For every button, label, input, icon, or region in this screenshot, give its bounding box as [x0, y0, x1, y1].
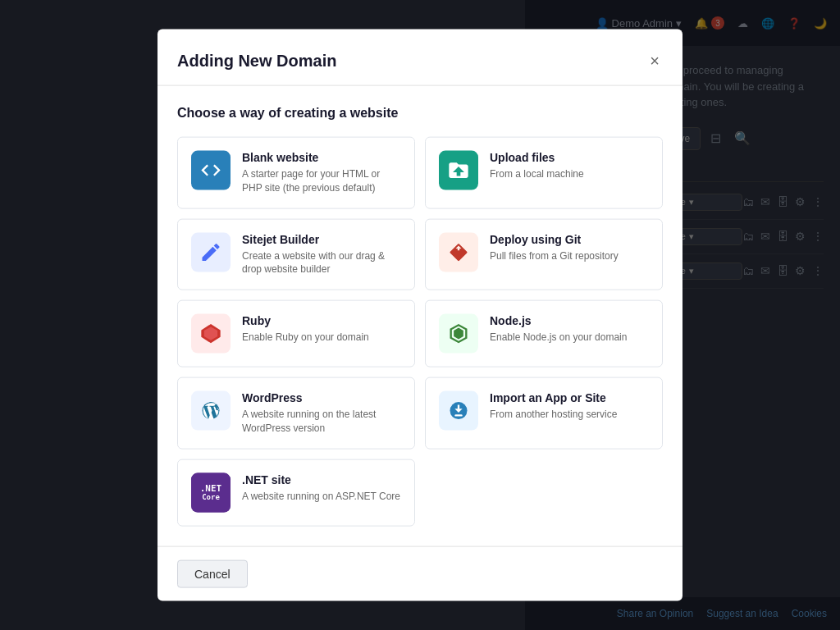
dotnet-name: .NET site — [242, 472, 400, 486]
options-grid: Blank website A starter page for your HT… — [177, 137, 663, 527]
sitejet-text: Sitejet Builder Create a website with ou… — [242, 232, 401, 276]
nodejs-icon — [439, 314, 478, 354]
sitejet-desc: Create a website with our drag & drop we… — [242, 249, 401, 276]
wordpress-text: WordPress A website running on the lates… — [242, 391, 401, 436]
cancel-button[interactable]: Cancel — [177, 559, 248, 587]
blank-website-desc: A starter page for your HTML or PHP site… — [242, 167, 401, 195]
wordpress-desc: A website running on the latest WordPres… — [242, 408, 401, 436]
import-name: Import an App or Site — [490, 391, 617, 404]
option-sitejet[interactable]: Sitejet Builder Create a website with ou… — [177, 218, 415, 290]
git-text: Deploy using Git Pull files from a Git r… — [490, 232, 619, 262]
option-wordpress[interactable]: WordPress A website running on the lates… — [177, 377, 415, 450]
dotnet-text: .NET site A website running on ASP.NET C… — [242, 472, 400, 503]
option-import[interactable]: Import an App or Site From another hosti… — [425, 377, 663, 450]
blank-website-text: Blank website A starter page for your HT… — [242, 151, 401, 195]
modal-close-button[interactable]: × — [646, 49, 663, 72]
git-icon — [439, 232, 478, 272]
modal-footer: Cancel — [158, 546, 682, 600]
import-icon — [439, 391, 478, 431]
ruby-name: Ruby — [242, 314, 369, 327]
option-nodejs[interactable]: Node.js Enable Node.js on your domain — [425, 300, 663, 368]
modal-add-domain: Adding New Domain × Choose a way of crea… — [158, 30, 682, 601]
option-git[interactable]: Deploy using Git Pull files from a Git r… — [425, 218, 663, 290]
wordpress-icon — [191, 391, 231, 431]
modal-header: Adding New Domain × — [158, 30, 682, 86]
svg-rect-4 — [454, 414, 462, 416]
nodejs-name: Node.js — [490, 314, 627, 327]
modal-subtitle: Choose a way of creating a website — [177, 106, 663, 121]
sitejet-name: Sitejet Builder — [242, 232, 401, 245]
dotnet-icon: .NET Core — [191, 472, 231, 512]
blank-website-icon — [191, 151, 231, 190]
blank-website-name: Blank website — [242, 151, 401, 164]
upload-files-text: Upload files From a local machine — [490, 151, 584, 181]
modal-body: Choose a way of creating a website Blank… — [158, 86, 682, 546]
option-upload-files[interactable]: Upload files From a local machine — [425, 137, 663, 209]
wordpress-name: WordPress — [242, 391, 401, 404]
modal-title: Adding New Domain — [177, 51, 336, 70]
option-ruby[interactable]: Ruby Enable Ruby on your domain — [177, 300, 415, 368]
ruby-text: Ruby Enable Ruby on your domain — [242, 314, 369, 345]
nodejs-desc: Enable Node.js on your domain — [490, 331, 627, 345]
upload-files-icon — [439, 151, 478, 190]
dotnet-desc: A website running on ASP.NET Core — [242, 489, 400, 503]
git-name: Deploy using Git — [490, 232, 619, 245]
ruby-icon — [191, 314, 231, 354]
option-dotnet[interactable]: .NET Core .NET site A website running on… — [177, 459, 415, 526]
sitejet-icon — [191, 232, 231, 272]
upload-files-name: Upload files — [490, 151, 584, 164]
import-text: Import an App or Site From another hosti… — [490, 391, 617, 422]
ruby-desc: Enable Ruby on your domain — [242, 331, 369, 345]
upload-files-desc: From a local machine — [490, 167, 584, 181]
option-blank-website[interactable]: Blank website A starter page for your HT… — [177, 137, 415, 209]
nodejs-text: Node.js Enable Node.js on your domain — [490, 314, 627, 345]
git-desc: Pull files from a Git repository — [490, 249, 619, 262]
import-desc: From another hosting service — [490, 408, 617, 422]
